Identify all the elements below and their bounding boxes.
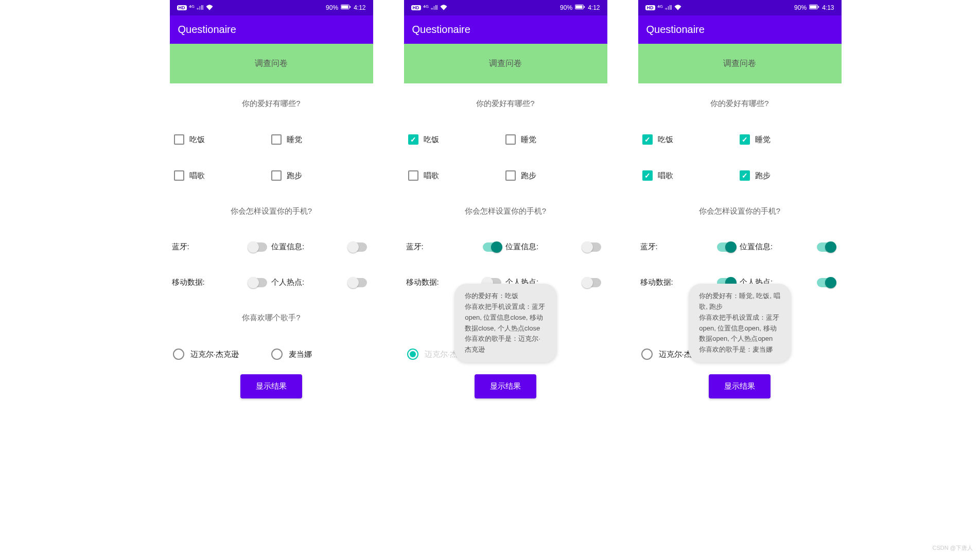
switch-3[interactable] [583,278,601,287]
status-right: 90% 4:13 [794,4,834,11]
checkbox-0[interactable] [174,134,184,145]
switch-0[interactable] [483,242,501,252]
radio-0[interactable] [173,349,184,360]
checkbox-label: 吃饭 [658,135,673,145]
checkbox-item-0: 吃饭 [642,134,740,145]
status-bar: HD ⁴ᴳ ₊ıll 90% 4:13 [638,0,842,15]
question-1: 你的爱好有哪些? [404,83,607,114]
radio-0[interactable] [641,349,653,360]
switch-item-1: 位置信息: [740,242,839,252]
switch-label: 移动数据: [172,277,205,287]
switch-item-1: 位置信息: [271,242,371,252]
switch-2[interactable] [249,278,267,287]
checkbox-label: 睡觉 [755,135,771,145]
switch-item-1: 位置信息: [505,242,605,252]
switch-label: 位置信息: [271,242,304,252]
switch-0[interactable] [249,242,267,252]
banner: 调查问卷 [404,44,607,83]
switch-1[interactable] [348,242,367,252]
question-2: 你会怎样设置你的手机? [170,191,373,221]
switch-3[interactable] [348,278,367,287]
status-left: HD ⁴ᴳ ₊ıll [177,4,213,12]
hd-icon: HD [645,5,655,10]
question-1: 你的爱好有哪些? [170,83,373,114]
status-left: HD ⁴ᴳ ₊ıll [411,4,447,12]
switch-1[interactable] [583,242,601,252]
svg-rect-1 [341,6,348,9]
checkbox-label: 跑步 [755,171,771,181]
checkbox-item-3: 跑步 [271,170,369,181]
checkbox-label: 唱歌 [189,171,205,181]
banner: 调查问卷 [170,44,373,83]
checkbox-label: 唱歌 [424,171,439,181]
switch-label: 蓝牙: [406,242,424,252]
checkbox-label: 吃饭 [189,135,205,145]
switch-label: 蓝牙: [172,242,189,252]
switch-3[interactable] [817,278,835,287]
switch-item-0: 蓝牙: [172,242,272,252]
svg-rect-7 [810,6,816,9]
status-bar: HD ⁴ᴳ ₊ıll 90% 4:12 [170,0,373,15]
show-result-button[interactable]: 显示结果 [709,374,771,398]
app-title: Questionaire [404,15,607,44]
battery-pct: 90% [326,4,338,11]
battery-icon [341,4,351,11]
radio-label: 麦当娜 [289,350,312,359]
app-title: Questionaire [170,15,373,44]
battery-pct: 90% [560,4,572,11]
checkbox-0[interactable] [642,134,653,145]
hd-icon: HD [411,5,421,10]
checkbox-label: 跑步 [521,171,536,181]
radio-1[interactable] [271,349,283,360]
wifi-icon [206,4,213,12]
status-right: 90% 4:12 [326,4,365,11]
hd-icon: HD [177,5,187,10]
checkbox-label: 睡觉 [521,135,536,145]
checkbox-1[interactable] [505,134,516,145]
checkbox-label: 吃饭 [424,135,439,145]
app-title: Questionaire [638,15,842,44]
svg-rect-8 [818,6,819,8]
checkbox-2[interactable] [408,170,418,181]
phone-screen-1: HD ⁴ᴳ ₊ıll 90% 4:12 Questionaire调查问卷你的爱好… [404,0,607,404]
checkbox-3[interactable] [505,170,516,181]
checkbox-3[interactable] [271,170,282,181]
signal-icon: ⁴ᴳ ₊ıll [423,4,438,11]
question-1: 你的爱好有哪些? [638,83,842,114]
toast: 你的爱好有：睡觉, 吃饭, 唱歌, 跑步 你喜欢把手机设置成：蓝牙open, 位… [689,284,791,362]
checkbox-3[interactable] [740,170,750,181]
checkbox-1[interactable] [740,134,750,145]
switch-label: 移动数据: [406,277,439,287]
checkbox-item-1: 睡觉 [271,134,369,145]
checkbox-2[interactable] [174,170,184,181]
battery-pct: 90% [794,4,807,11]
status-right: 90% 4:12 [560,4,600,11]
checkbox-label: 睡觉 [287,135,302,145]
checkbox-item-2: 唱歌 [174,170,272,181]
checkbox-0[interactable] [408,134,418,145]
wifi-icon [674,4,681,12]
switch-item-3: 个人热点: [271,277,371,287]
question-2: 你会怎样设置你的手机? [404,191,607,221]
radio-0[interactable] [407,349,418,360]
checkbox-item-1: 睡觉 [505,134,603,145]
svg-rect-2 [350,6,351,8]
signal-icon: ⁴ᴳ ₊ıll [189,4,204,11]
phone-screen-2: HD ⁴ᴳ ₊ıll 90% 4:13 Questionaire调查问卷你的爱好… [638,0,842,404]
clock: 4:12 [354,4,365,11]
checkbox-2[interactable] [642,170,653,181]
switch-1[interactable] [817,242,835,252]
svg-rect-4 [575,6,582,9]
show-result-button[interactable]: 显示结果 [475,374,536,398]
question-3: 你喜欢哪个歌手? [170,298,373,328]
show-result-button[interactable]: 显示结果 [240,374,302,398]
checkbox-item-2: 唱歌 [642,170,740,181]
switch-label: 蓝牙: [640,242,658,252]
radio-item-0: 迈克尔·杰克逊 [173,349,272,360]
toast: 你的爱好有：吃饭 你喜欢把手机设置成：蓝牙open, 位置信息close, 移动… [454,284,556,362]
question-2: 你会怎样设置你的手机? [638,191,842,221]
radio-item-1: 麦当娜 [271,349,370,360]
switch-item-0: 蓝牙: [406,242,506,252]
checkbox-1[interactable] [271,134,282,145]
switch-0[interactable] [717,242,736,252]
